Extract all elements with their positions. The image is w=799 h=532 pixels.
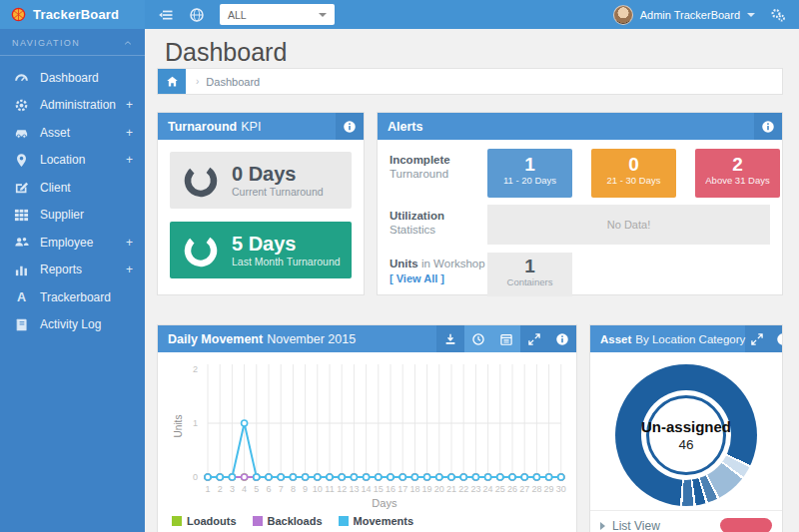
svg-text:4: 4	[242, 484, 247, 494]
sidebar-section-label: NAVIGATION	[12, 38, 80, 48]
daily-movement-chart: 012Units12345678910111213141516171819202…	[170, 356, 566, 514]
globe-icon[interactable]	[189, 7, 205, 23]
avatar[interactable]	[613, 5, 633, 25]
svg-text:Units: Units	[173, 415, 184, 438]
svg-text:9: 9	[303, 484, 308, 494]
panel-asset-by-location: Asset By Location Category Un-assigned 4…	[589, 324, 783, 532]
info-icon[interactable]	[754, 113, 782, 140]
kpi-current-turnaround: 0 Days Current Turnaround	[170, 152, 352, 209]
info-icon[interactable]	[769, 325, 782, 352]
caret-down-icon	[319, 13, 327, 17]
units-in-workshop-label: Units in Workshop [ View All ]	[390, 253, 487, 296]
trackerboard-icon: A	[14, 289, 29, 304]
sidebar-menu: Dashboard + Administration + Asset + Loc…	[0, 56, 145, 338]
breadcrumb-separator: ›	[196, 76, 199, 87]
svg-text:16: 16	[386, 484, 396, 494]
sidebar-item-reports[interactable]: Reports +	[0, 257, 145, 284]
plus-icon: +	[126, 236, 133, 250]
alert-stat-box: 2Above 31 Days	[695, 149, 780, 198]
bar-chart-icon	[14, 263, 29, 277]
utilization-label: Utilization Statistics	[390, 205, 487, 245]
kpi-last-month-turnaround: 5 Days Last Month Turnaround	[170, 222, 352, 278]
svg-text:24: 24	[483, 484, 493, 494]
legend-item: Loadouts	[172, 515, 237, 527]
expand-icon[interactable]	[520, 325, 548, 352]
svg-text:2: 2	[218, 484, 223, 494]
sidebar-item-asset[interactable]: Asset +	[0, 119, 145, 147]
sidebar-item-dashboard[interactable]: Dashboard +	[0, 64, 145, 92]
kpi-current-label: Current Turnaround	[232, 186, 324, 198]
sidebar-item-location[interactable]: Location +	[0, 147, 145, 175]
donut-center-label: Un-assigned	[641, 418, 731, 435]
list-view-row[interactable]: List View	[590, 510, 782, 532]
alert-stat-label: Above 31 Days	[695, 175, 780, 186]
svg-text:0: 0	[193, 472, 198, 482]
svg-text:A: A	[17, 290, 26, 304]
legend-swatch	[172, 516, 182, 526]
info-icon[interactable]	[336, 113, 364, 140]
svg-text:17: 17	[398, 484, 407, 494]
sidebar-section-header[interactable]: NAVIGATION	[0, 29, 145, 56]
kpi-last-label: Last Month Turnaround	[232, 256, 341, 267]
svg-text:Days: Days	[372, 497, 398, 509]
svg-text:3: 3	[230, 484, 235, 494]
info-icon[interactable]	[548, 325, 576, 352]
asset-donut-chart: Un-assigned 46	[615, 364, 757, 506]
user-menu[interactable]: Admin TrackerBoard	[640, 9, 740, 21]
sidebar-item-activity-log[interactable]: Activity Log +	[0, 311, 145, 339]
grid-icon	[14, 208, 29, 223]
chevron-up-icon	[123, 38, 133, 48]
cogs-icon[interactable]	[770, 7, 786, 23]
calendar-icon[interactable]	[492, 325, 520, 352]
car-icon	[14, 125, 29, 140]
legend-item: Movements	[339, 515, 414, 527]
svg-text:1: 1	[205, 484, 210, 494]
sidebar-toggle-icon[interactable]	[158, 7, 174, 23]
svg-text:19: 19	[422, 484, 432, 494]
svg-text:6: 6	[266, 484, 271, 494]
svg-text:5: 5	[254, 484, 259, 494]
svg-text:12: 12	[337, 484, 347, 494]
sidebar-item-employee[interactable]: Employee +	[0, 229, 145, 257]
svg-text:15: 15	[374, 484, 384, 494]
sidebar-item-trackerboard[interactable]: A Trackerboard +	[0, 283, 145, 311]
top-navbar: TrackerBoard ALL Admin TrackerBoard	[0, 0, 799, 29]
sidebar-item-administration[interactable]: Administration +	[0, 92, 145, 120]
breadcrumb: › Dashboard	[157, 68, 783, 95]
svg-text:28: 28	[531, 484, 541, 494]
book-icon	[14, 317, 29, 332]
filter-select[interactable]: ALL	[220, 4, 335, 25]
plus-icon: +	[126, 263, 133, 276]
units-value: 1	[487, 257, 572, 276]
svg-text:18: 18	[409, 484, 419, 494]
sidebar-item-supplier[interactable]: Supplier +	[0, 202, 145, 230]
clock-icon[interactable]	[464, 325, 492, 352]
list-view-label: List View	[612, 519, 660, 532]
svg-text:1: 1	[193, 418, 198, 428]
svg-text:30: 30	[556, 484, 566, 494]
caret-right-icon	[600, 522, 605, 530]
shell-logo-icon	[11, 7, 26, 22]
view-all-link[interactable]: [ View All ]	[390, 271, 444, 285]
plus-icon: +	[126, 98, 133, 112]
edit-icon	[14, 180, 29, 195]
download-icon[interactable]	[436, 325, 464, 352]
legend-item: Backloads	[253, 515, 323, 527]
svg-text:14: 14	[362, 484, 372, 494]
units-in-workshop-box: 1 Containers	[487, 253, 572, 296]
svg-text:29: 29	[544, 484, 554, 494]
svg-text:23: 23	[470, 484, 480, 494]
svg-text:13: 13	[349, 484, 359, 494]
home-icon[interactable]	[158, 69, 186, 94]
map-marker-icon	[14, 153, 29, 168]
svg-text:27: 27	[519, 484, 529, 494]
svg-text:21: 21	[446, 484, 456, 494]
legend-swatch	[339, 516, 349, 526]
brand-logo[interactable]: TrackerBoard	[0, 0, 145, 29]
kpi-last-value: 5 Days	[232, 233, 341, 255]
circle-notch-icon	[183, 233, 219, 268]
expand-icon[interactable]	[745, 325, 769, 352]
sidebar-item-client[interactable]: Client +	[0, 174, 145, 202]
panel-alerts-header: Alerts	[378, 113, 782, 140]
panel-asset-header: Asset By Location Category	[590, 325, 782, 352]
